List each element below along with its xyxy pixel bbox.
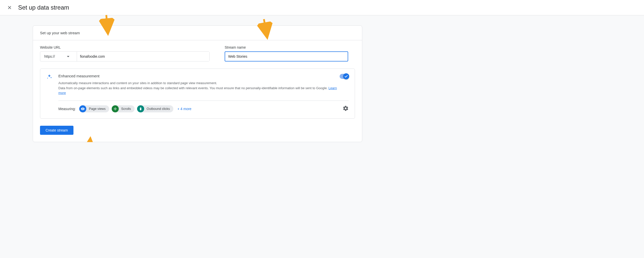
stream-name-input[interactable] xyxy=(225,51,348,61)
url-label: Website URL xyxy=(40,45,210,49)
mouse-icon xyxy=(137,105,144,112)
settings-button[interactable] xyxy=(343,105,349,112)
enhanced-measurement-box: Enhanced measurement Automatically measu… xyxy=(40,69,355,119)
gear-icon xyxy=(343,105,349,111)
divider xyxy=(58,101,349,101)
enhanced-description: Automatically measure interactions and c… xyxy=(58,81,340,95)
card-subtitle: Set up your web stream xyxy=(33,26,362,40)
svg-line-3 xyxy=(81,140,98,142)
eye-icon xyxy=(79,105,86,112)
chevron-down-icon xyxy=(67,56,69,57)
chip-label: Page views xyxy=(89,107,105,111)
check-icon xyxy=(344,74,348,78)
scroll-icon xyxy=(112,105,119,112)
form-row: Website URL https:// Stream name xyxy=(33,40,362,61)
create-stream-button[interactable]: Create stream xyxy=(40,126,73,135)
stream-name-label: Stream name xyxy=(225,45,348,49)
more-link[interactable]: + 4 more xyxy=(177,107,191,111)
stream-card: Set up your web stream Website URL https… xyxy=(33,25,362,142)
annotation-arrow xyxy=(77,135,102,142)
close-button[interactable] xyxy=(6,4,13,11)
enhanced-toggle[interactable] xyxy=(340,74,349,79)
chip-scrolls: Scrolls xyxy=(112,105,135,112)
enhanced-title: Enhanced measurement xyxy=(58,74,340,78)
chip-outbound-clicks: Outbound clicks xyxy=(137,105,174,112)
sparkle-icon xyxy=(46,74,52,80)
chip-label: Outbound clicks xyxy=(147,107,170,111)
measuring-row: Measuring: Page views Scrolls xyxy=(58,105,349,112)
chip-label: Scrolls xyxy=(121,107,131,111)
measuring-label: Measuring: xyxy=(58,107,76,111)
protocol-select[interactable]: https:// xyxy=(40,52,77,61)
protocol-value: https:// xyxy=(44,54,55,58)
page-header: Set up data stream xyxy=(0,0,644,15)
close-icon xyxy=(7,5,12,10)
website-url-input[interactable] xyxy=(77,52,209,61)
page-title: Set up data stream xyxy=(18,4,69,11)
chip-page-views: Page views xyxy=(79,105,109,112)
url-input-group: https:// xyxy=(40,51,210,61)
